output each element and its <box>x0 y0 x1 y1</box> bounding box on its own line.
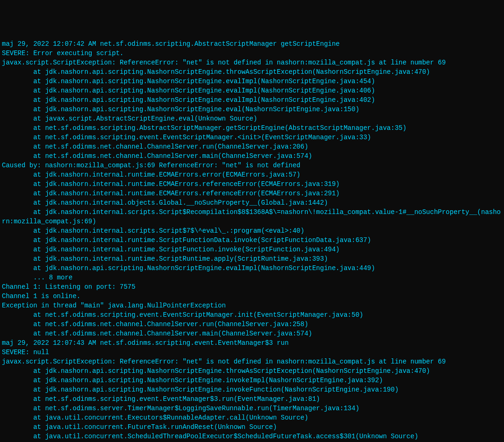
log-line: at java.util.concurrent.FutureTask.runAn… <box>2 422 502 432</box>
log-line: at jdk.nashorn.api.scripting.NashornScri… <box>2 77 502 86</box>
log-line: maj 29, 2022 12:07:43 AM net.sf.odinms.s… <box>2 338 502 348</box>
log-line: at jdk.nashorn.api.scripting.NashornScri… <box>2 105 502 114</box>
log-line: at net.sf.odinms.net.channel.ChannelServ… <box>2 151 502 161</box>
log-line: at jdk.nashorn.internal.scripts.Script$7… <box>2 226 502 235</box>
terminal-output[interactable]: maj 29, 2022 12:07:42 AM net.sf.odinms.s… <box>2 39 502 442</box>
log-line: at jdk.nashorn.api.scripting.NashornScri… <box>2 385 502 394</box>
log-line: at jdk.nashorn.api.scripting.NashornScri… <box>2 95 502 105</box>
log-line: SEVERE: Error executing script. <box>2 49 502 58</box>
log-line: javax.script.ScriptException: ReferenceE… <box>2 357 502 366</box>
log-line: at java.util.concurrent.ScheduledThreadP… <box>2 432 502 441</box>
log-line: Caused by: nashorn:mozilla_compat.js:69 … <box>2 161 502 170</box>
log-line: ... 8 more <box>2 273 502 282</box>
log-line: at jdk.nashorn.internal.objects.Global._… <box>2 198 502 207</box>
log-line: at net.sf.odinms.net.channel.ChannelServ… <box>2 329 502 338</box>
log-line: at jdk.nashorn.internal.runtime.ECMAErro… <box>2 170 502 179</box>
log-line: Exception in thread "main" java.lang.Nul… <box>2 301 502 310</box>
log-line: at net.sf.odinms.net.channel.ChannelServ… <box>2 142 502 151</box>
log-line: at javax.script.AbstractScriptEngine.eva… <box>2 114 502 123</box>
log-line: javax.script.ScriptException: ReferenceE… <box>2 58 502 67</box>
log-line: SEVERE: null <box>2 348 502 357</box>
log-line: at java.util.concurrent.Executors$Runnab… <box>2 413 502 422</box>
log-line: at net.sf.odinms.scripting.event.EventSc… <box>2 133 502 142</box>
log-line: at jdk.nashorn.internal.runtime.ECMAErro… <box>2 179 502 189</box>
log-line: maj 29, 2022 12:07:42 AM net.sf.odinms.s… <box>2 39 502 49</box>
log-line: at jdk.nashorn.internal.runtime.ScriptFu… <box>2 245 502 254</box>
log-line: at jdk.nashorn.api.scripting.NashornScri… <box>2 366 502 376</box>
log-line: at net.sf.odinms.scripting.event.EventMa… <box>2 394 502 404</box>
log-line: Channel 1 is online. <box>2 292 502 301</box>
log-line: Channel 1: Listening on port: 7575 <box>2 282 502 292</box>
log-line: at net.sf.odinms.scripting.AbstractScrip… <box>2 123 502 133</box>
log-line: at jdk.nashorn.internal.runtime.ScriptRu… <box>2 254 502 264</box>
log-line: at jdk.nashorn.api.scripting.NashornScri… <box>2 67 502 77</box>
log-line: at jdk.nashorn.internal.scripts.Script$R… <box>2 207 502 226</box>
log-line: at jdk.nashorn.api.scripting.NashornScri… <box>2 86 502 95</box>
log-line: at net.sf.odinms.net.channel.ChannelServ… <box>2 320 502 329</box>
log-line: at jdk.nashorn.api.scripting.NashornScri… <box>2 264 502 273</box>
log-line: at net.sf.odinms.scripting.event.EventSc… <box>2 310 502 320</box>
log-line: at net.sf.odinms.server.TimerManager$Log… <box>2 404 502 413</box>
log-line: at jdk.nashorn.internal.runtime.ECMAErro… <box>2 189 502 198</box>
log-line: at jdk.nashorn.internal.runtime.ScriptFu… <box>2 235 502 245</box>
log-line: at jdk.nashorn.api.scripting.NashornScri… <box>2 376 502 385</box>
